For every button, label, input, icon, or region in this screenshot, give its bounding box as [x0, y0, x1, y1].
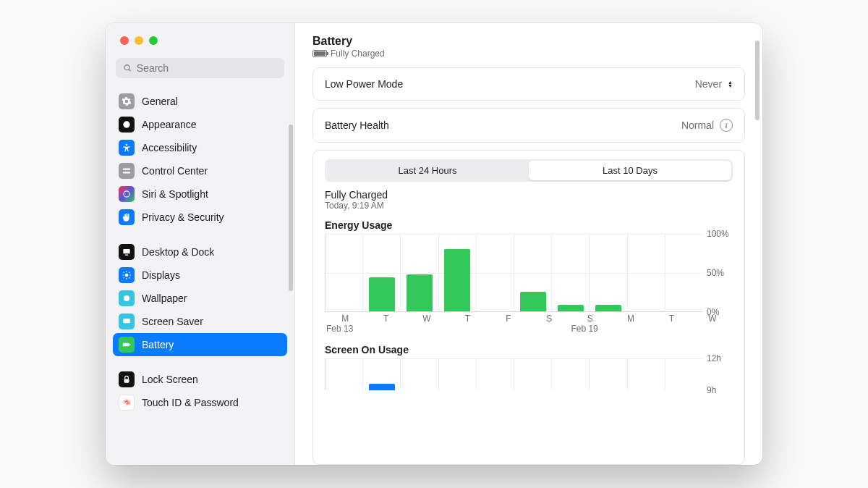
sidebar-item-displays[interactable]: Displays [113, 264, 287, 287]
svg-rect-19 [123, 319, 129, 323]
chart-bar [407, 274, 433, 311]
sidebar-item-battery[interactable]: Battery [113, 333, 287, 356]
row-value: Never [695, 78, 722, 90]
content-pane: Battery Fully Charged Low Power Mode Nev… [295, 23, 762, 465]
sidebar-nav: General Appearance Accessibility Control… [106, 85, 294, 465]
sidebar-item-label: Control Center [142, 165, 208, 177]
desktop-icon [119, 244, 135, 260]
battery-status: Fully Charged [312, 49, 745, 59]
x-tick: T [447, 314, 488, 324]
sidebar-item-wallpaper[interactable]: Wallpaper [113, 287, 287, 310]
sidebar-item-label: Siri & Spotlight [142, 188, 208, 200]
chart-bar [595, 305, 621, 311]
sidebar-item-label: Appearance [142, 119, 197, 130]
svg-rect-20 [123, 343, 129, 347]
sidebar-item-privacy-security[interactable]: Privacy & Security [113, 206, 287, 229]
chart-x-sublabels: Feb 13Feb 19 [325, 324, 733, 334]
row-label: Battery Health [325, 119, 389, 131]
x-tick: F [488, 314, 529, 324]
displays-icon [119, 267, 135, 283]
chart-bar [444, 249, 470, 311]
sidebar-item-accessibility[interactable]: Accessibility [113, 136, 287, 159]
x-tick: S [529, 314, 569, 324]
sidebar-item-screen-saver[interactable]: Screen Saver [113, 310, 287, 333]
lock-icon [119, 371, 135, 387]
x-tick: T [365, 314, 406, 324]
fully-charged-info: Fully Charged Today, 9:19 AM [325, 189, 733, 211]
svg-point-18 [124, 295, 129, 301]
sidebar-item-general[interactable]: General [113, 90, 287, 113]
svg-line-15 [129, 277, 129, 278]
x-tick: M [325, 314, 365, 324]
sidebar-item-appearance[interactable]: Appearance [113, 113, 287, 136]
control-center-icon [119, 163, 135, 179]
chart-bar [558, 305, 584, 311]
svg-line-17 [129, 272, 129, 273]
sidebar-item-label: General [142, 96, 178, 107]
chart-x-axis: MTWTFSSMTW [325, 314, 733, 324]
x-sublabel: Feb 19 [569, 324, 610, 334]
hand-icon [119, 209, 135, 225]
row-label: Low Power Mode [325, 78, 403, 90]
chart-title: Screen On Usage [325, 344, 733, 356]
svg-rect-21 [129, 344, 130, 345]
x-tick: M [610, 314, 651, 324]
svg-point-2 [123, 121, 129, 127]
chart-bar [520, 292, 546, 311]
info-icon[interactable]: i [720, 119, 733, 132]
low-power-mode-row[interactable]: Low Power Mode Never ▲▼ [312, 67, 745, 101]
battery-status-text: Fully Charged [331, 49, 385, 59]
svg-point-0 [124, 65, 129, 70]
x-tick: S [569, 314, 610, 324]
x-sublabel [407, 324, 447, 334]
chart-y-axis: 100% 50% 0% [702, 234, 733, 312]
sidebar-item-control-center[interactable]: Control Center [113, 159, 287, 182]
segment-last-24-hours[interactable]: Last 24 Hours [326, 161, 529, 180]
battery-icon [119, 337, 135, 353]
sidebar-scrollbar[interactable] [289, 125, 293, 291]
sidebar-item-touch-id[interactable]: Touch ID & Password [113, 391, 287, 414]
fully-charged-title: Fully Charged [325, 189, 733, 201]
window-controls [106, 23, 294, 52]
svg-rect-5 [123, 172, 131, 173]
low-power-mode-select[interactable]: Never ▲▼ [695, 78, 733, 90]
sidebar-item-label: Lock Screen [142, 374, 198, 385]
energy-usage-chart: Energy Usage 100% 50% 0% MTWTFSSMTW Feb … [325, 219, 733, 334]
sidebar-item-desktop-dock[interactable]: Desktop & Dock [113, 240, 287, 264]
x-sublabel [447, 324, 488, 334]
sidebar-item-label: Privacy & Security [142, 211, 224, 223]
accessibility-icon [119, 140, 135, 156]
battery-health-row: Battery Health Normal i [312, 108, 745, 143]
svg-point-9 [125, 274, 129, 277]
sidebar-item-label: Accessibility [142, 142, 197, 153]
fingerprint-icon [119, 395, 135, 411]
usage-panel: Last 24 Hours Last 10 Days Fully Charged… [312, 150, 745, 465]
search-input[interactable] [137, 62, 277, 74]
siri-icon [119, 186, 135, 202]
segment-last-10-days[interactable]: Last 10 Days [529, 161, 731, 180]
search-icon [123, 63, 132, 73]
svg-rect-22 [124, 379, 129, 382]
svg-line-16 [124, 277, 124, 278]
x-sublabel [365, 324, 406, 334]
sidebar-item-lock-screen[interactable]: Lock Screen [113, 368, 287, 391]
row-value: Normal [681, 119, 714, 131]
chart-bar [369, 384, 395, 390]
sidebar-item-label: Displays [142, 269, 180, 281]
appearance-icon [119, 117, 135, 132]
screensaver-icon [119, 314, 135, 329]
minimize-window-button[interactable] [135, 36, 143, 45]
x-tick: T [651, 314, 692, 324]
close-window-button[interactable] [120, 36, 129, 45]
svg-rect-4 [123, 169, 131, 170]
x-sublabel [610, 324, 651, 334]
page-title: Battery [312, 35, 745, 48]
time-range-segmented: Last 24 Hours Last 10 Days [325, 159, 733, 182]
content-scrollbar[interactable] [755, 41, 760, 120]
svg-rect-8 [125, 255, 129, 256]
sidebar-item-siri-spotlight[interactable]: Siri & Spotlight [113, 182, 287, 206]
chart-plot [325, 234, 702, 312]
fullscreen-window-button[interactable] [149, 36, 158, 45]
search-field[interactable] [116, 58, 284, 78]
svg-point-6 [124, 191, 129, 197]
